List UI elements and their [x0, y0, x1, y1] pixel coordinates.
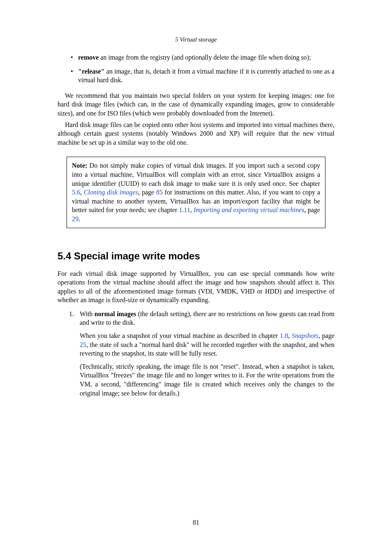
page: 5 Virtual storage remove an image from t… — [0, 0, 392, 555]
bold-release: "release" — [78, 68, 105, 75]
section-heading-5-4: 5.4 Special image write modes — [58, 250, 334, 262]
page-number: 81 — [0, 519, 392, 526]
text: an image from the registry (and optional… — [99, 54, 311, 61]
link-cloning-disk-images[interactable]: Cloning disk images — [84, 189, 138, 196]
paragraph-recommend: We recommend that you maintain two speci… — [58, 91, 334, 118]
bold-remove: remove — [78, 54, 99, 61]
link-chapter-1-8[interactable]: 1.8 — [280, 332, 288, 339]
section-intro: For each virtual disk image supported by… — [58, 269, 334, 305]
bullet-item-release: "release" an image, that is, detach it f… — [71, 67, 334, 85]
text: , — [288, 332, 292, 339]
text: , page — [318, 332, 334, 339]
link-import-export[interactable]: Importing and exporting virtual machines — [194, 206, 304, 213]
bullet-item-remove: remove an image from the registry (and o… — [71, 53, 334, 62]
text: , — [80, 189, 84, 196]
text: , — [190, 206, 194, 213]
text: When you take a snapshot of your virtual… — [80, 332, 280, 339]
bullet-list: remove an image from the registry (and o… — [58, 53, 334, 85]
link-page-25[interactable]: 25 — [80, 341, 86, 348]
text: an image, that is, detach it from a virt… — [78, 68, 334, 84]
bold-normal-images: normal images — [95, 310, 136, 317]
note-box: Note: Do not simply make copies of virtu… — [67, 157, 325, 228]
text: , page — [138, 189, 156, 196]
link-title-italic: Cloning disk images — [84, 189, 138, 196]
item-paragraph-1: With normal images (the default setting)… — [80, 310, 334, 327]
list-item-normal-images: With normal images (the default setting)… — [71, 310, 334, 398]
note-label: Note: — [72, 162, 87, 169]
text: . — [78, 215, 80, 222]
running-head: 5 Virtual storage — [58, 36, 334, 43]
link-snapshots[interactable]: Snapshots — [292, 332, 318, 339]
text: , the state of such a "normal hard disk"… — [80, 341, 334, 357]
item-paragraph-2: When you take a snapshot of your virtual… — [80, 331, 334, 358]
item-paragraph-3: (Technically, strictly speaking, the ima… — [80, 362, 334, 398]
link-title-italic: Importing and exporting virtual machines — [194, 206, 304, 213]
paragraph-harddisk: Hard disk image files can be copied onto… — [58, 120, 334, 147]
text: Do not simply make copies of virtual dis… — [72, 162, 320, 187]
text: With — [80, 310, 95, 317]
link-chapter-1-11[interactable]: 1.11 — [179, 206, 190, 213]
link-title-italic: Snapshots — [292, 332, 318, 339]
link-page-29[interactable]: 29 — [72, 215, 78, 222]
link-chapter-5-6[interactable]: 5.6 — [72, 189, 80, 196]
link-page-85[interactable]: 85 — [156, 189, 163, 196]
text: , page — [304, 206, 320, 213]
numbered-list: With normal images (the default setting)… — [58, 310, 334, 398]
